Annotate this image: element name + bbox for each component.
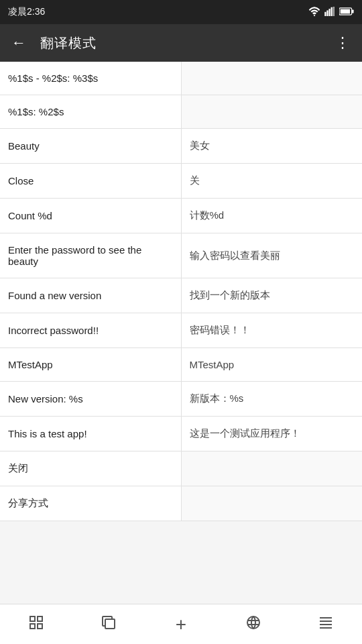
table-row: %1$s - %2$s: %3$s bbox=[0, 62, 362, 95]
translation-key: Close bbox=[0, 164, 181, 199]
svg-rect-4 bbox=[331, 7, 333, 15]
translation-value: 密码错误！！ bbox=[181, 313, 362, 348]
table-row: Count %d计数%d bbox=[0, 199, 362, 233]
signal-icon bbox=[324, 7, 335, 18]
translation-value: MTestApp bbox=[181, 348, 362, 382]
svg-point-0 bbox=[314, 15, 315, 16]
translation-value: 输入密码以查看美丽 bbox=[181, 233, 362, 278]
translation-key: Found a new version bbox=[0, 278, 181, 313]
table-row: This is a test app!这是一个测试应用程序！ bbox=[0, 417, 362, 451]
status-bar: 凌晨2:36 bbox=[0, 0, 362, 24]
svg-rect-14 bbox=[105, 619, 115, 629]
translation-value: 新版本：%s bbox=[181, 382, 362, 417]
table-row: 分享方式 bbox=[0, 486, 362, 521]
translation-key: Incorrect password!! bbox=[0, 313, 181, 348]
table-row: MTestAppMTestApp bbox=[0, 348, 362, 382]
translation-value: 这是一个测试应用程序！ bbox=[181, 417, 362, 451]
translation-key: Beauty bbox=[0, 129, 181, 164]
svg-rect-1 bbox=[324, 11, 326, 15]
status-icons bbox=[308, 7, 354, 18]
translation-key: Enter the password to see the beauty bbox=[0, 233, 181, 278]
translation-value: 关 bbox=[181, 164, 362, 199]
translation-key: New version: %s bbox=[0, 382, 181, 417]
nav-grid[interactable] bbox=[16, 604, 56, 645]
table-row: Beauty美女 bbox=[0, 129, 362, 164]
table-row: 关闭 bbox=[0, 451, 362, 486]
table-row: Close关 bbox=[0, 164, 362, 199]
nav-list[interactable] bbox=[306, 604, 346, 645]
translation-key: MTestApp bbox=[0, 348, 181, 382]
svg-rect-9 bbox=[30, 616, 35, 621]
add-icon: + bbox=[176, 614, 186, 635]
layers-icon bbox=[101, 614, 117, 635]
translation-key: 关闭 bbox=[0, 451, 181, 486]
translation-value bbox=[181, 451, 362, 486]
nav-add[interactable]: + bbox=[161, 604, 201, 645]
toolbar: ← 翻译模式 ⋮ bbox=[0, 24, 362, 62]
back-button[interactable]: ← bbox=[5, 30, 32, 56]
page-title: 翻译模式 bbox=[40, 34, 322, 52]
translation-value: 找到一个新的版本 bbox=[181, 278, 362, 313]
translation-value bbox=[181, 62, 362, 95]
translation-key: Count %d bbox=[0, 199, 181, 233]
table-row: Enter the password to see the beauty输入密码… bbox=[0, 233, 362, 278]
nav-layers[interactable] bbox=[88, 604, 129, 645]
table-row: Incorrect password!!密码错误！！ bbox=[0, 313, 362, 348]
nav-globe[interactable] bbox=[233, 604, 274, 645]
translation-key: %1$s - %2$s: %3$s bbox=[0, 62, 181, 95]
svg-rect-11 bbox=[30, 624, 35, 629]
svg-rect-10 bbox=[38, 616, 42, 621]
translation-table: %1$s - %2$s: %3$s%1$s: %2$sBeauty美女Close… bbox=[0, 62, 362, 521]
table-row: Found a new version找到一个新的版本 bbox=[0, 278, 362, 313]
bottom-navigation: + bbox=[0, 604, 362, 644]
list-icon bbox=[318, 614, 334, 635]
overflow-menu-button[interactable]: ⋮ bbox=[330, 30, 357, 56]
svg-point-15 bbox=[247, 616, 259, 629]
svg-rect-3 bbox=[328, 9, 330, 16]
svg-rect-7 bbox=[352, 9, 354, 13]
translation-value bbox=[181, 95, 362, 129]
translation-key: %1$s: %2$s bbox=[0, 95, 181, 129]
translation-key: This is a test app! bbox=[0, 417, 181, 451]
translation-value bbox=[181, 486, 362, 521]
grid-icon bbox=[28, 614, 44, 635]
table-row: %1$s: %2$s bbox=[0, 95, 362, 129]
svg-rect-2 bbox=[326, 10, 328, 16]
battery-icon bbox=[339, 7, 354, 17]
globe-icon bbox=[245, 614, 261, 635]
wifi-icon bbox=[308, 7, 320, 18]
svg-rect-5 bbox=[333, 7, 335, 16]
translation-value: 计数%d bbox=[181, 199, 362, 233]
translation-value: 美女 bbox=[181, 129, 362, 164]
table-row: New version: %s新版本：%s bbox=[0, 382, 362, 417]
svg-rect-8 bbox=[341, 9, 350, 13]
svg-rect-12 bbox=[38, 624, 42, 629]
status-time: 凌晨2:36 bbox=[8, 6, 45, 18]
translation-key: 分享方式 bbox=[0, 486, 181, 521]
